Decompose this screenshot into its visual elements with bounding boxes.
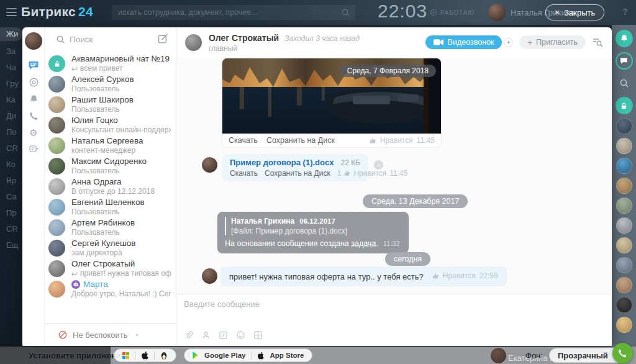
attach-file-icon[interactable] xyxy=(184,330,193,340)
download-link[interactable]: Скачать xyxy=(229,136,258,145)
chat-panel: Олег Строкатый Заходил 3 часа назад глав… xyxy=(176,27,612,346)
contacts-search-input[interactable] xyxy=(70,32,150,47)
avatar[interactable] xyxy=(616,138,632,154)
search-icon[interactable] xyxy=(616,75,633,92)
notifications-bell-icon[interactable] xyxy=(22,92,45,106)
message-input[interactable] xyxy=(184,299,532,325)
logo[interactable]: Битрикс24 xyxy=(21,4,93,19)
linux-tux-icon[interactable] xyxy=(160,351,168,360)
save-to-disk-link[interactable]: Сохранить на Диск xyxy=(265,169,330,178)
sidebar-item[interactable]: По xyxy=(0,124,22,140)
sidebar-item[interactable]: Ди xyxy=(0,108,22,124)
video-call-options-chevron[interactable]: ▾ xyxy=(504,38,513,47)
like-link[interactable]: Нравится xyxy=(380,136,413,145)
my-avatar[interactable] xyxy=(25,32,42,50)
chat-search-icon[interactable] xyxy=(592,37,603,47)
sidebar-item[interactable]: Гру xyxy=(0,76,22,92)
apps-grid-icon[interactable] xyxy=(253,330,263,340)
mobile-apps-pill[interactable]: Google Play App Store xyxy=(184,348,312,362)
save-to-disk-link[interactable]: Сохранить на Диск xyxy=(266,136,335,145)
contact-row[interactable]: Алексей СурковПользователь xyxy=(45,74,176,94)
like-link[interactable]: Нравится xyxy=(443,271,476,280)
notifications-bell-icon[interactable] xyxy=(616,30,633,47)
call-button[interactable] xyxy=(612,343,633,363)
sidebar-item[interactable]: CR xyxy=(0,140,22,157)
contact-row[interactable]: Рашит ШакировПользователь xyxy=(45,94,176,115)
quote-date: 06.12.2017 xyxy=(299,217,335,225)
avatar[interactable] xyxy=(616,297,632,313)
avatar[interactable] xyxy=(616,198,632,214)
invite-button[interactable]: + Пригласить xyxy=(519,35,586,49)
avatar xyxy=(48,199,65,216)
sidebar-item[interactable]: Ко xyxy=(0,157,22,173)
new-chat-icon[interactable] xyxy=(158,34,168,47)
contact-row[interactable]: Максим СидоренкоПользователь xyxy=(45,156,176,176)
contact-row[interactable]: Юлия ГоцкоКонсультант онлайн-поддержки Б… xyxy=(45,115,176,135)
sidebar-item[interactable]: CR xyxy=(0,221,22,237)
photo-message: Среда, 7 Февраля 2018 Скачать Сохранить … xyxy=(222,58,441,147)
message-history[interactable]: Среда, 7 Февраля 2018 Скачать Сохранить … xyxy=(176,57,612,294)
contact-row[interactable]: Аквамариновый чат №19 ↩всем привет xyxy=(45,53,176,74)
global-search-input[interactable] xyxy=(118,8,341,17)
apple-icon[interactable] xyxy=(141,351,148,360)
avatar[interactable] xyxy=(616,118,632,134)
date-badge: Среда, 7 Февраля 2018 xyxy=(340,65,436,77)
file-name-link[interactable]: Пример договора (1).docx xyxy=(230,158,334,167)
google-play-label[interactable]: Google Play xyxy=(204,352,245,359)
like-link[interactable]: Нравится xyxy=(353,169,386,178)
avatar xyxy=(48,96,65,113)
desktop-apps-pill[interactable] xyxy=(114,348,176,362)
sidebar-item[interactable]: Вр xyxy=(0,173,22,189)
status-indicator[interactable]: РАБОТАЮ xyxy=(430,9,475,16)
help-icon[interactable]: ? xyxy=(622,7,628,17)
contact-row[interactable]: Марта Доброе утро, Наталья! :) Сегодня у… xyxy=(45,279,176,299)
file-message: Пример договора (1).docx 22 КБ Скачать С… xyxy=(222,154,368,181)
messenger-icon[interactable] xyxy=(616,52,633,70)
windows-icon[interactable] xyxy=(122,352,129,359)
avatar[interactable] xyxy=(616,217,632,234)
close-button[interactable]: × Закрыть xyxy=(545,4,604,20)
calls-phone-icon[interactable] xyxy=(22,109,45,122)
sidebar-item[interactable]: Ча xyxy=(0,60,22,76)
openlines-icon[interactable] xyxy=(22,142,45,156)
lock-icon[interactable] xyxy=(616,97,633,114)
avatar[interactable] xyxy=(616,178,632,194)
sidebar-item-feed[interactable]: Жи xyxy=(0,27,22,41)
mention-person-icon[interactable] xyxy=(201,330,211,340)
sidebar-item[interactable]: Пр xyxy=(0,205,22,221)
contact-row[interactable]: Наталья Сергееваконтент-менеджер xyxy=(45,135,176,156)
sidebar-item[interactable]: Ещ xyxy=(0,237,22,253)
do-not-disturb-toggle[interactable]: Не беспокоить ▾ xyxy=(45,323,176,346)
like-count: 1 xyxy=(337,169,342,178)
sidebar-item[interactable]: Ка xyxy=(0,92,22,108)
contact-row[interactable]: Анна ОдрагаВ отпуске до 12.12.2018 xyxy=(45,176,176,197)
contact-row[interactable]: Артем РябинковПользователь xyxy=(45,217,176,238)
chats-icon[interactable] xyxy=(22,58,45,72)
settings-gear-icon[interactable]: ⚙ xyxy=(22,125,45,139)
contact-row[interactable]: Сергей Кулешовзам.директора xyxy=(45,238,176,258)
quote-icon[interactable] xyxy=(219,330,228,340)
network-icon[interactable] xyxy=(22,75,45,89)
avatar[interactable] xyxy=(616,257,632,273)
contact-row[interactable]: Олег Строкатый ↩привет! нужна типовая оф… xyxy=(45,258,176,279)
menu-icon[interactable] xyxy=(6,8,17,16)
contact-subtitle: всем привет xyxy=(80,64,122,73)
clock[interactable]: 22:03 xyxy=(378,1,427,22)
emoji-smiley-icon[interactable] xyxy=(236,330,245,340)
download-link[interactable]: Скачать xyxy=(230,169,258,178)
video-call-button[interactable]: Видеозвонок xyxy=(425,35,502,49)
chat-partner-name[interactable]: Олег Строкатый xyxy=(209,33,279,43)
avatar[interactable] xyxy=(616,158,632,174)
current-user-avatar[interactable] xyxy=(488,4,506,21)
chat-partner-avatar[interactable] xyxy=(185,34,202,51)
contact-row[interactable]: Евгений ШеленковПользователь xyxy=(45,197,176,217)
sidebar-item[interactable]: За xyxy=(0,43,22,60)
avatar[interactable] xyxy=(616,237,632,253)
avatar[interactable] xyxy=(616,277,632,293)
global-search[interactable] xyxy=(112,5,355,20)
app-store-label[interactable]: App Store xyxy=(270,352,304,359)
task-link[interactable]: задача xyxy=(351,239,376,248)
avatar[interactable] xyxy=(616,317,632,333)
sidebar-item[interactable]: Са xyxy=(0,189,22,205)
date-badge: Среда, 13 Декабря 2017 xyxy=(363,194,468,208)
